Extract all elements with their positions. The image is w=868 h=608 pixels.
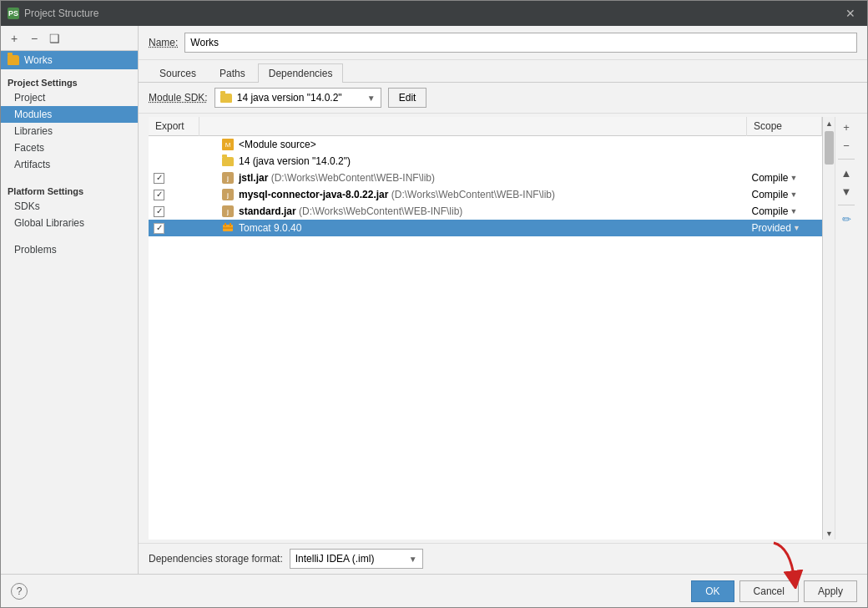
scope-cell <box>747 136 822 154</box>
edit-dep-button[interactable]: ✏ <box>838 210 855 227</box>
sidebar-item-artifacts[interactable]: Artifacts <box>1 156 138 173</box>
vert-scrollbar-area: ▲ ▼ <box>822 117 835 540</box>
export-cell <box>149 136 199 154</box>
project-structure-dialog: PS Project Structure ✕ + − ❑ Works Proje… <box>0 0 868 608</box>
apply-button[interactable]: Apply <box>804 580 857 602</box>
dep-label: mysql-connector-java-8.0.22.jar (D:\Work… <box>239 189 555 200</box>
tomcat-icon <box>222 222 234 234</box>
sidebar-item-problems[interactable]: Problems <box>1 241 138 258</box>
dialog-title: Project Structure <box>24 8 98 19</box>
scope-value: Compile <box>752 189 789 200</box>
sidebar-item-sdks[interactable]: SDKs <box>1 198 138 215</box>
scroll-up-button[interactable]: ▲ <box>823 117 835 129</box>
dep-label: 14 (java version "14.0.2") <box>239 155 351 167</box>
tab-dependencies[interactable]: Dependencies <box>258 63 344 83</box>
module-source-icon: M <box>222 139 234 150</box>
scope-value: Provided <box>752 222 791 234</box>
table-row[interactable]: j standard.jar (D:\Works\WebContent\WEB-… <box>149 203 822 220</box>
jar-icon: j <box>222 189 234 200</box>
left-panel: + − ❑ Works Project Settings Project Mod… <box>1 26 139 574</box>
remove-dep-button[interactable]: − <box>838 137 855 154</box>
title-bar-left: PS Project Structure <box>8 8 98 19</box>
sidebar-item-facets[interactable]: Facets <box>1 139 138 156</box>
export-checkbox[interactable] <box>154 190 164 200</box>
dep-cell: j standard.jar (D:\Works\WebContent\WEB-… <box>199 203 747 220</box>
export-cell <box>149 203 199 220</box>
move-up-button[interactable]: ▲ <box>838 165 855 181</box>
scope-chevron-icon[interactable]: ▼ <box>793 224 800 232</box>
dep-name-header <box>199 117 747 136</box>
title-bar: PS Project Structure ✕ <box>1 1 867 26</box>
tab-paths[interactable]: Paths <box>209 63 256 83</box>
help-button[interactable]: ? <box>11 583 28 600</box>
close-button[interactable]: ✕ <box>840 5 860 22</box>
dep-cell: j mysql-connector-java-8.0.22.jar (D:\Wo… <box>199 186 747 203</box>
deps-table-scroll[interactable]: Export Scope <box>149 117 822 540</box>
add-module-button[interactable]: + <box>6 30 23 47</box>
project-settings-section: Project Settings Project Modules Librari… <box>1 69 138 178</box>
name-label: Name: <box>149 37 178 48</box>
dep-cell: 14 (java version "14.0.2") <box>199 153 747 170</box>
ok-button[interactable]: OK <box>691 580 734 602</box>
export-checkbox[interactable] <box>154 223 164 234</box>
bottom-left: ? <box>11 583 28 600</box>
storage-value: IntelliJ IDEA (.iml) <box>295 553 375 565</box>
scroll-thumb[interactable] <box>825 131 834 165</box>
right-panel: Name: Sources Paths Dependencies Module … <box>139 26 867 574</box>
other-section: Problems <box>1 236 138 263</box>
sdk-chevron-icon: ▼ <box>367 94 376 103</box>
module-name-label: Works <box>24 54 53 66</box>
name-row: Name: <box>139 26 867 60</box>
platform-settings-title: Platform Settings <box>1 183 138 198</box>
scope-cell: Compile ▼ <box>747 186 822 203</box>
scope-chevron-icon[interactable]: ▼ <box>790 190 798 199</box>
folder-icon <box>222 155 234 167</box>
dep-label: Tomcat 9.0.40 <box>239 222 301 234</box>
scope-chevron-icon[interactable]: ▼ <box>790 174 798 182</box>
bottom-bar: ? OK Cancel Apply <box>1 574 867 607</box>
dep-label: jstl.jar (D:\Works\WebContent\WEB-INF\li… <box>239 172 435 184</box>
dep-cell: Tomcat 9.0.40 <box>199 220 747 236</box>
table-row[interactable]: Tomcat 9.0.40 Provided ▼ <box>149 220 822 236</box>
jar-icon: j <box>222 172 234 184</box>
sidebar-item-libraries[interactable]: Libraries <box>1 123 138 139</box>
move-down-button[interactable]: ▼ <box>838 183 855 200</box>
svg-rect-2 <box>230 223 231 226</box>
tabs-bar: Sources Paths Dependencies <box>139 60 867 83</box>
edit-sdk-button[interactable]: Edit <box>388 88 427 108</box>
bottom-right: OK Cancel Apply <box>691 580 857 602</box>
sidebar-item-modules[interactable]: Modules <box>1 106 138 123</box>
table-area: Export Scope <box>149 117 857 540</box>
table-row[interactable]: j mysql-connector-java-8.0.22.jar (D:\Wo… <box>149 186 822 203</box>
sidebar-item-project[interactable]: Project <box>1 89 138 106</box>
project-settings-title: Project Settings <box>1 74 138 89</box>
left-toolbar: + − ❑ <box>1 26 138 51</box>
table-row[interactable]: M <Module source> <box>149 136 822 154</box>
remove-module-button[interactable]: − <box>26 30 43 47</box>
export-checkbox[interactable] <box>154 206 164 217</box>
scope-header: Scope <box>747 117 822 136</box>
sdk-select[interactable]: 14 java version "14.0.2" ▼ <box>214 88 381 108</box>
export-cell <box>149 170 199 186</box>
storage-select[interactable]: IntelliJ IDEA (.iml) ▼ <box>290 549 423 569</box>
table-row[interactable]: 14 (java version "14.0.2") <box>149 153 822 170</box>
module-item-works[interactable]: Works <box>1 51 138 69</box>
scope-cell: Compile ▼ <box>747 203 822 220</box>
svg-rect-1 <box>225 223 226 226</box>
add-dep-button[interactable]: + <box>838 119 855 135</box>
storage-chevron-icon: ▼ <box>409 555 417 564</box>
copy-module-button[interactable]: ❑ <box>46 30 63 47</box>
table-row[interactable]: j jstl.jar (D:\Works\WebContent\WEB-INF\… <box>149 170 822 186</box>
sidebar-item-global-libraries[interactable]: Global Libraries <box>1 215 138 231</box>
scroll-down-button[interactable]: ▼ <box>823 527 835 540</box>
cancel-button[interactable]: Cancel <box>739 580 799 602</box>
export-cell <box>149 186 199 203</box>
tab-sources[interactable]: Sources <box>149 63 207 83</box>
sdk-row: Module SDK: 14 java version "14.0.2" ▼ E… <box>139 83 867 114</box>
name-input[interactable] <box>184 33 857 53</box>
app-icon: PS <box>8 8 19 19</box>
sdk-folder-icon <box>220 94 232 103</box>
export-checkbox[interactable] <box>154 173 164 184</box>
scope-cell: Compile ▼ <box>747 170 822 186</box>
scope-chevron-icon[interactable]: ▼ <box>790 207 798 215</box>
